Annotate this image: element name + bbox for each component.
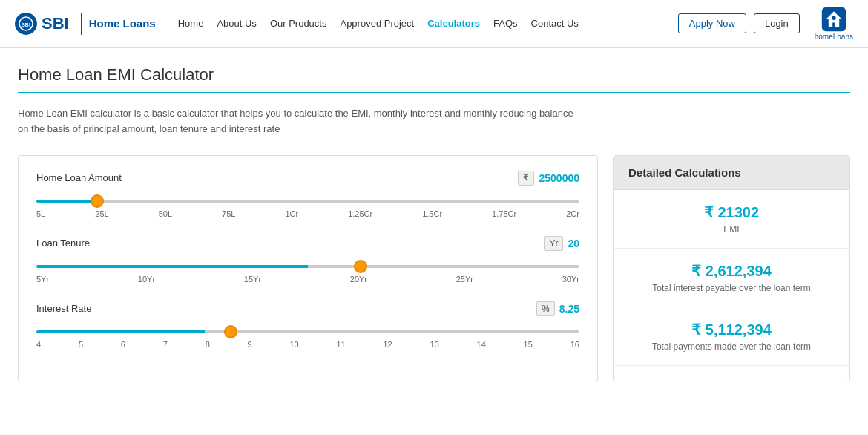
header-divider [81, 13, 82, 35]
amount-value-wrap: ₹ 2500000 [518, 171, 579, 186]
tick-5: 5 [79, 340, 83, 349]
tick-125cr: 1.25Cr [348, 209, 372, 218]
nav-contact[interactable]: Contact Us [531, 18, 579, 29]
tenure-unit: Yr [544, 236, 563, 251]
total-interest-label: Total interest payable over the loan ter… [628, 283, 835, 293]
tick-75l: 75L [222, 209, 235, 218]
tick-10yr: 10Yr [138, 275, 155, 284]
tick-25yr: 25Yr [456, 275, 473, 284]
tick-14: 14 [477, 340, 486, 349]
header: SBI SBI Home Loans Home About Us Our Pro… [0, 0, 868, 48]
home-loans-icon [821, 6, 847, 33]
tick-30yr: 30Yr [562, 275, 579, 284]
amount-slider[interactable] [36, 200, 579, 203]
tick-8: 8 [206, 340, 210, 349]
sbi-logo-circle: SBI [15, 13, 37, 35]
home-icon-label: homeLoans [815, 33, 853, 41]
tick-12: 12 [384, 340, 392, 349]
emi-result: ₹ 21302 EMI [614, 190, 849, 249]
tick-4: 4 [36, 340, 41, 349]
nav-home[interactable]: Home [178, 18, 204, 29]
tick-50l: 50L [159, 209, 172, 218]
results-panel: Detailed Calculations ₹ 21302 EMI ₹ 2,61… [613, 155, 850, 382]
rate-section: Interest Rate % 8.25 4 5 6 7 8 9 10 [36, 301, 579, 349]
amount-unit: ₹ [518, 171, 534, 186]
rate-slider[interactable] [36, 330, 579, 333]
tick-11: 11 [336, 340, 345, 349]
amount-section: Home Loan Amount ₹ 2500000 5L 25L 50L 75… [36, 171, 579, 218]
rate-slider-wrap [36, 324, 579, 336]
tenure-slider-wrap [36, 258, 579, 270]
results-header: Detailed Calculations [614, 156, 849, 190]
tenure-slider[interactable] [36, 265, 579, 268]
page-title: Home Loan EMI Calculator [18, 65, 850, 85]
tenure-value: 20 [568, 238, 579, 249]
rate-unit: % [536, 301, 555, 316]
tick-1cr: 1Cr [285, 209, 298, 218]
calculator-layout: Home Loan Amount ₹ 2500000 5L 25L 50L 75… [18, 155, 850, 382]
emi-label: EMI [628, 224, 835, 235]
tick-15yr: 15Yr [244, 275, 261, 284]
main-nav: Home About Us Our Products Approved Proj… [178, 18, 678, 29]
header-actions: Apply Now Login homeLoans [678, 6, 853, 41]
nav-products[interactable]: Our Products [270, 18, 327, 29]
tick-13: 13 [430, 340, 439, 349]
page-description: Home Loan EMI calculator is a basic calc… [18, 106, 582, 137]
amount-header: Home Loan Amount ₹ 2500000 [36, 171, 579, 186]
nav-about[interactable]: About Us [217, 18, 256, 29]
emi-amount: ₹ 21302 [628, 203, 835, 221]
rate-label: Interest Rate [36, 303, 91, 314]
total-payment-result: ₹ 5,112,394 Total payments made over the… [614, 307, 849, 366]
amount-value: 2500000 [539, 172, 579, 184]
svg-point-4 [832, 16, 835, 20]
tick-15cr: 1.5Cr [422, 209, 442, 218]
main-content: Home Loan EMI Calculator Home Loan EMI c… [0, 48, 868, 394]
rate-value: 8.25 [559, 303, 579, 315]
tick-5yr: 5Yr [36, 275, 49, 284]
product-label: Home Loans [89, 17, 156, 30]
logo: SBI SBI [15, 13, 69, 35]
login-button[interactable]: Login [754, 13, 800, 33]
tick-175cr: 1.75Cr [492, 209, 516, 218]
rate-header: Interest Rate % 8.25 [36, 301, 579, 316]
tick-9: 9 [248, 340, 252, 349]
nav-faqs[interactable]: FAQs [493, 18, 518, 29]
total-payment-amount: ₹ 5,112,394 [628, 321, 835, 338]
tick-20yr: 20Yr [350, 275, 367, 284]
tenure-header: Loan Tenure Yr 20 [36, 236, 579, 251]
tick-6: 6 [121, 340, 125, 349]
tick-7: 7 [163, 340, 168, 349]
calculator-panel: Home Loan Amount ₹ 2500000 5L 25L 50L 75… [18, 155, 598, 382]
nav-approved[interactable]: Approved Project [340, 18, 414, 29]
tick-25l: 25L [95, 209, 108, 218]
amount-ticks: 5L 25L 50L 75L 1Cr 1.25Cr 1.5Cr 1.75Cr 2… [36, 209, 579, 218]
tenure-value-wrap: Yr 20 [544, 236, 579, 251]
sbi-text-label: SBI [42, 14, 69, 33]
tick-2cr: 2Cr [566, 209, 579, 218]
title-divider [18, 92, 850, 93]
rate-ticks: 4 5 6 7 8 9 10 11 12 13 14 15 16 [36, 340, 579, 349]
tick-15: 15 [524, 340, 533, 349]
total-interest-result: ₹ 2,612,394 Total interest payable over … [614, 249, 849, 307]
rate-value-wrap: % 8.25 [536, 301, 579, 316]
tick-16: 16 [571, 340, 579, 349]
tenure-label: Loan Tenure [36, 238, 90, 249]
amount-label: Home Loan Amount [36, 172, 122, 183]
total-payment-label: Total payments made over the loan term [628, 341, 835, 352]
tenure-ticks: 5Yr 10Yr 15Yr 20Yr 25Yr 30Yr [36, 275, 579, 284]
apply-now-button[interactable]: Apply Now [678, 13, 746, 33]
home-loans-icon-wrap: homeLoans [815, 6, 853, 41]
tick-5l: 5L [36, 209, 45, 218]
total-interest-amount: ₹ 2,612,394 [628, 262, 835, 280]
tick-10: 10 [289, 340, 298, 349]
nav-calculators[interactable]: Calculators [427, 18, 480, 29]
amount-slider-wrap [36, 193, 579, 205]
svg-text:SBI: SBI [22, 22, 30, 27]
tenure-section: Loan Tenure Yr 20 5Yr 10Yr 15Yr 20Yr 25Y… [36, 236, 579, 284]
